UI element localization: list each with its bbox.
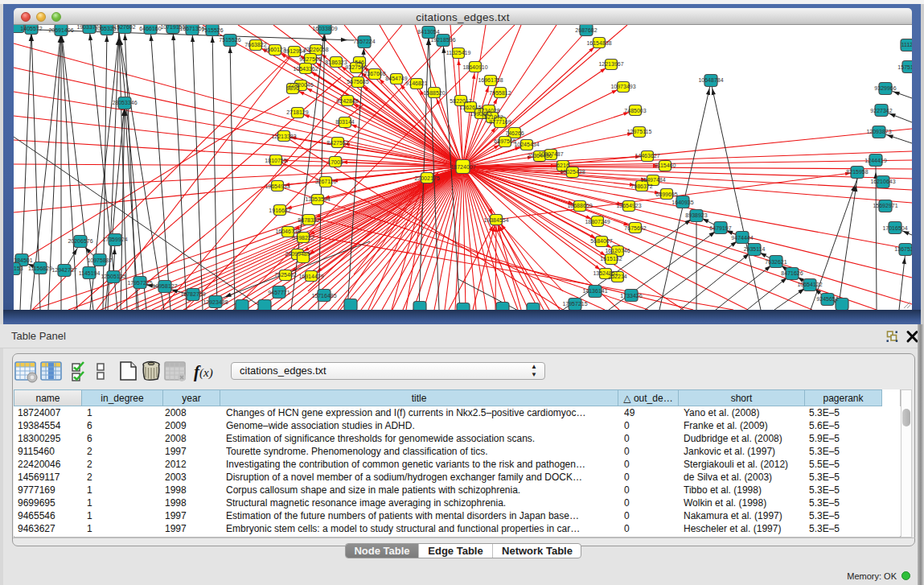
svg-text:15692971: 15692971: [873, 203, 897, 208]
svg-text:252214: 252214: [608, 274, 626, 279]
svg-text:12093873: 12093873: [866, 129, 891, 134]
svg-text:8454749: 8454749: [385, 76, 407, 81]
svg-text:9734028: 9734028: [478, 108, 499, 113]
svg-text:8413054: 8413054: [417, 29, 439, 35]
svg-text:1916682: 1916682: [269, 208, 290, 213]
svg-text:2718129: 2718129: [286, 109, 308, 115]
svg-text:13353594: 13353594: [305, 196, 330, 202]
svg-text:23226058: 23226058: [303, 47, 328, 52]
svg-text:11156829: 11156829: [28, 266, 52, 271]
svg-text:7625402: 7625402: [274, 272, 296, 278]
svg-text:16033809: 16033809: [312, 26, 337, 31]
svg-text:9327502: 9327502: [345, 64, 367, 70]
svg-text:12975115: 12975115: [627, 129, 652, 134]
svg-text:17003: 17003: [327, 159, 343, 165]
svg-text:1810755: 1810755: [265, 158, 286, 163]
svg-text:1575107: 1575107: [897, 64, 912, 70]
svg-text:139153: 139153: [14, 266, 23, 271]
svg-text:3267110: 3267110: [315, 179, 337, 184]
svg-text:2687682: 2687682: [575, 27, 597, 33]
svg-text:1405572: 1405572: [20, 26, 42, 31]
svg-text:16046738: 16046738: [275, 229, 300, 234]
svg-text:16782759: 16782759: [180, 291, 205, 297]
svg-text:18807249: 18807249: [585, 219, 610, 225]
svg-text:2935114: 2935114: [744, 246, 766, 252]
svg-text:8186323: 8186323: [325, 60, 347, 65]
svg-text:1112: 1112: [901, 42, 912, 47]
svg-text:8471626: 8471626: [781, 270, 803, 276]
svg-text:1588520: 1588520: [423, 90, 445, 96]
svg-text:12505135: 12505135: [101, 274, 125, 279]
svg-text:3912954: 3912954: [283, 48, 305, 54]
svg-text:24099489: 24099489: [285, 251, 310, 257]
svg-text:17957215: 17957215: [562, 301, 587, 307]
svg-text:11325419: 11325419: [446, 50, 471, 56]
svg-text:7632621: 7632621: [765, 259, 786, 265]
svg-text:18724007: 18724007: [450, 164, 475, 170]
svg-text:6899695: 6899695: [655, 192, 677, 197]
svg-text:9327505: 9327505: [299, 56, 321, 62]
svg-text:746266: 746266: [505, 130, 524, 136]
svg-text:7515526: 7515526: [201, 27, 223, 33]
svg-text:9242848: 9242848: [336, 98, 358, 104]
svg-text:8427552: 8427552: [326, 140, 348, 146]
svg-text:7986372: 7986372: [630, 183, 652, 189]
svg-text:10688609: 10688609: [567, 203, 592, 208]
svg-text:8215958: 8215958: [846, 169, 868, 175]
svg-text:28053346: 28053346: [112, 100, 137, 105]
svg-text:7955812: 7955812: [489, 90, 511, 96]
svg-text:6466160: 6466160: [139, 26, 161, 31]
svg-text:12923488: 12923488: [203, 299, 228, 305]
svg-text:1384501: 1384501: [14, 257, 33, 263]
svg-text:8878332: 8878332: [298, 217, 319, 223]
svg-text:7357224: 7357224: [353, 39, 375, 44]
svg-text:5684007: 5684007: [590, 238, 612, 244]
svg-text:19384554: 19384554: [483, 217, 508, 223]
svg-text:16154838: 16154838: [586, 40, 611, 46]
svg-text:10807487: 10807487: [538, 151, 563, 157]
svg-text:10958127: 10958127: [152, 283, 177, 289]
svg-text:9146821: 9146821: [405, 80, 427, 86]
svg-text:12213383: 12213383: [271, 134, 296, 139]
svg-text:20206576: 20206576: [68, 238, 92, 244]
svg-text:9777169: 9777169: [489, 119, 511, 125]
svg-text:1527602: 1527602: [113, 25, 135, 30]
svg-text:19218596: 19218596: [430, 37, 455, 43]
svg-text:10025438: 10025438: [560, 169, 585, 175]
svg-text:17957225: 17957225: [127, 280, 152, 286]
svg-text:12942737: 12942737: [51, 267, 76, 273]
svg-text:10654122: 10654122: [797, 282, 822, 287]
svg-text:12213967: 12213967: [598, 61, 623, 67]
svg-text:20691406: 20691406: [48, 27, 73, 33]
svg-text:803144: 803144: [335, 119, 354, 125]
svg-text:10543362: 10543362: [293, 66, 318, 72]
svg-text:9474444: 9474444: [731, 235, 753, 241]
svg-text:5675685: 5675685: [347, 79, 368, 84]
svg-text:15716485: 15716485: [311, 293, 336, 299]
svg-text:17016504: 17016504: [882, 225, 907, 231]
svg-text:1615132: 1615132: [600, 256, 622, 262]
svg-text:10975887: 10975887: [87, 257, 112, 263]
svg-text:16210643: 16210643: [870, 179, 895, 184]
svg-text:9245652: 9245652: [816, 296, 838, 302]
svg-text:1640935: 1640935: [671, 200, 693, 205]
svg-text:15497484: 15497484: [640, 177, 665, 183]
svg-text:14463627: 14463627: [634, 153, 659, 159]
svg-text:1367533: 1367533: [894, 246, 912, 252]
svg-text:23002175: 23002175: [414, 175, 439, 181]
svg-text:19654933: 19654933: [265, 183, 290, 189]
svg-text:2367608: 2367608: [363, 71, 385, 76]
svg-text:9896: 9896: [286, 85, 299, 91]
svg-text:10245434: 10245434: [514, 142, 539, 147]
svg-text:1244419: 1244419: [864, 158, 886, 163]
svg-text:5822017: 5822017: [450, 98, 471, 104]
svg-text:13654923: 13654923: [616, 203, 641, 208]
svg-text:14136141: 14136141: [582, 288, 607, 294]
svg-text:9115460: 9115460: [655, 163, 676, 168]
svg-text:7675692: 7675692: [624, 225, 646, 231]
svg-text:7515526: 7515526: [219, 37, 240, 43]
svg-text:6897505: 6897505: [494, 138, 515, 144]
svg-text:9457771: 9457771: [268, 290, 290, 295]
svg-text:6479197: 6479197: [709, 225, 731, 231]
svg-text:16961758: 16961758: [478, 77, 503, 83]
